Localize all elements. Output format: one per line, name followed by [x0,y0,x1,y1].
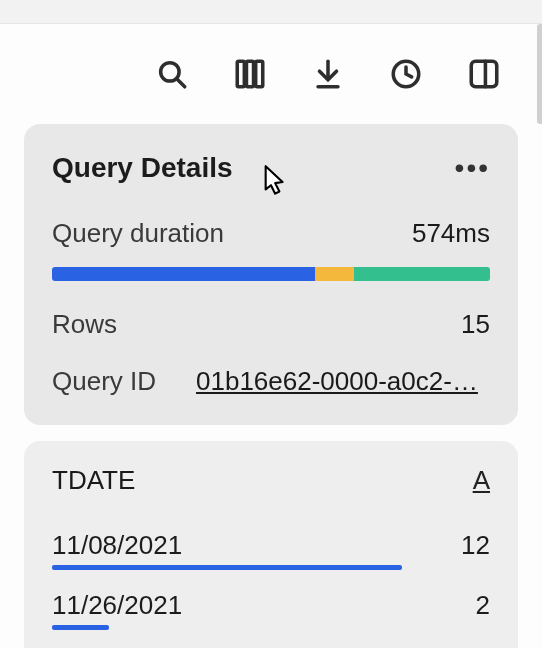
svg-rect-4 [256,61,263,87]
query-details-card: Query Details ••• Query duration 574ms R… [24,124,518,425]
card-title: Query Details [52,152,233,184]
duration-seg-3 [354,267,490,281]
results-card: TDATE A 11/08/20211211/26/2021211/07/202… [24,441,518,648]
window-top-strip [0,0,542,24]
svg-rect-3 [246,61,253,87]
duration-value: 574ms [412,218,490,249]
svg-rect-2 [237,61,244,87]
more-icon[interactable]: ••• [455,154,490,182]
column-name: TDATE [52,465,135,496]
download-icon[interactable] [311,57,345,91]
query-id-value[interactable]: 01b16e62-0000-a0c2-… [196,366,478,397]
duration-seg-1 [52,267,315,281]
distribution-row[interactable]: 11/07/20211 [52,636,490,648]
distribution-bar [52,625,109,630]
svg-line-1 [177,79,185,87]
panel-icon[interactable] [467,57,501,91]
distribution-list: 11/08/20211211/26/2021211/07/20211 [52,516,490,648]
distribution-bar [52,565,402,570]
columns-icon[interactable] [233,57,267,91]
scroll-handle[interactable] [537,24,542,124]
search-icon[interactable] [155,57,189,91]
distribution-count: 12 [461,530,490,561]
distribution-date: 11/26/2021 [52,590,182,621]
distribution-row[interactable]: 11/26/20212 [52,576,490,625]
distribution-date: 11/08/2021 [52,530,182,561]
duration-label: Query duration [52,218,224,249]
query-id-label: Query ID [52,366,156,397]
rows-value: 15 [461,309,490,340]
rows-label: Rows [52,309,117,340]
distribution-count: 2 [476,590,490,621]
column-type[interactable]: A [473,465,490,496]
history-icon[interactable] [389,57,423,91]
distribution-row[interactable]: 11/08/202112 [52,516,490,565]
cursor-icon [255,162,289,200]
duration-seg-2 [315,267,354,281]
duration-bar [52,267,490,281]
toolbar [0,24,542,124]
